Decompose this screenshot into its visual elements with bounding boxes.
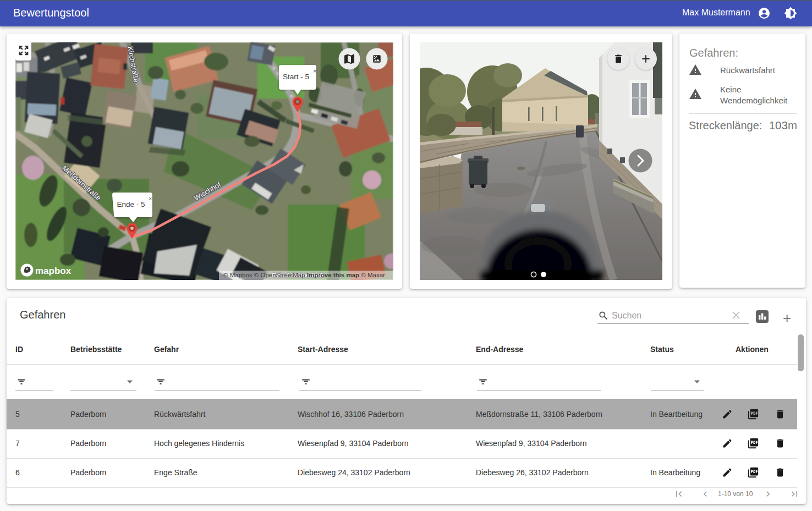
svg-text:×: × bbox=[149, 195, 152, 202]
svg-text:Ende - 5: Ende - 5 bbox=[117, 200, 145, 208]
svg-text:mapbox: mapbox bbox=[35, 266, 72, 276]
svg-text:Start - 5: Start - 5 bbox=[283, 73, 309, 81]
svg-text:×: × bbox=[313, 68, 316, 74]
svg-text:© Mapbox © OpenStreetMap Impro: © Mapbox © OpenStreetMap Improve this ma… bbox=[223, 272, 385, 278]
